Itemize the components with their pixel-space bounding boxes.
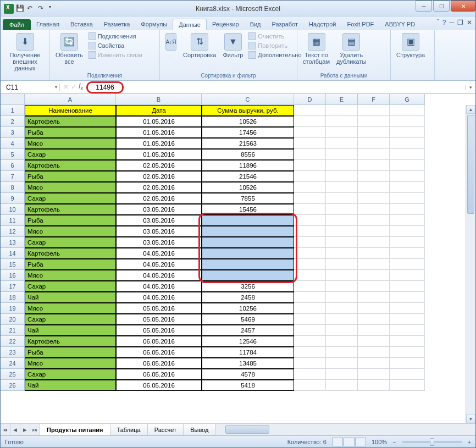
cell[interactable] [202,226,294,237]
scroll-down-icon[interactable]: ▼ [466,414,475,423]
cell[interactable]: 03.05.2016 [116,237,202,248]
select-all-corner[interactable] [1,94,25,105]
cell[interactable]: Мясо [25,138,116,149]
get-external-data-button[interactable]: ⬇Получение внешних данных [4,32,46,73]
cell[interactable]: Сахар [25,149,116,160]
row-header-14[interactable]: 14 [1,248,25,259]
cell[interactable] [202,248,294,259]
maximize-button[interactable]: ☐ [433,1,450,12]
cell[interactable] [326,259,358,270]
cell[interactable]: 04.05.2016 [116,248,202,259]
cell[interactable] [358,237,390,248]
view-buttons[interactable] [332,438,366,446]
cell[interactable] [390,303,425,314]
vertical-scrollbar[interactable]: ▲ ▼ [466,105,475,423]
row-header-15[interactable]: 15 [1,259,25,270]
cell[interactable] [294,358,326,369]
cell[interactable]: 11896 [202,160,294,171]
close-button[interactable]: ✕ [451,1,475,12]
cell[interactable] [202,237,294,248]
column-header-G[interactable]: G [390,94,425,105]
chevron-down-icon[interactable]: ▾ [55,85,57,90]
properties-button[interactable]: Свойства [87,41,143,50]
cell[interactable]: Чай [25,325,116,336]
scroll-thumb[interactable] [467,115,474,214]
row-header-26[interactable]: 26 [1,380,25,391]
sheet-tab[interactable]: Продукты питания [40,424,110,435]
cell[interactable] [390,358,425,369]
cell[interactable] [390,237,425,248]
cell[interactable] [294,369,326,380]
cell[interactable]: 02.05.2016 [116,171,202,182]
cell[interactable]: 06.05.2016 [116,358,202,369]
cell[interactable]: 06.05.2016 [116,369,202,380]
formula-bar[interactable]: 11496 [86,81,123,93]
cell[interactable] [358,336,390,347]
cell[interactable]: Рыба [25,215,116,226]
save-icon[interactable]: 💾 [16,4,25,13]
cell[interactable] [390,171,425,182]
scroll-up-icon[interactable]: ▲ [466,105,475,114]
cell[interactable]: Мясо [25,358,116,369]
cell[interactable] [390,160,425,171]
undo-icon[interactable]: ↶ [27,4,36,13]
cell[interactable] [358,259,390,270]
cell[interactable]: 01.05.2016 [116,127,202,138]
cell[interactable]: 10256 [202,303,294,314]
cell[interactable] [294,171,326,182]
minimize-ribbon-icon[interactable]: ˇ [437,19,439,26]
cell[interactable]: Чай [25,292,116,303]
cell[interactable]: Чай [25,380,116,391]
enter-formula-icon[interactable]: ✓ [71,83,76,91]
ribbon-tab-формулы[interactable]: Формулы [135,19,173,30]
cell[interactable]: 01.05.2016 [116,149,202,160]
cell[interactable] [390,193,425,204]
cell[interactable] [358,160,390,171]
zoom-out-icon[interactable]: − [392,439,396,445]
cell[interactable] [326,281,358,292]
minimize-button[interactable]: ─ [416,1,432,12]
cell[interactable]: Картофель [25,336,116,347]
row-header-10[interactable]: 10 [1,204,25,215]
cell[interactable]: 7855 [202,193,294,204]
cell[interactable] [358,127,390,138]
cell[interactable] [294,215,326,226]
cell[interactable]: 5418 [202,380,294,391]
ribbon-tab-разработ[interactable]: Разработ [267,19,303,30]
cell[interactable] [390,347,425,358]
ribbon-tab-данные[interactable]: Данные [173,19,207,30]
cell[interactable] [294,127,326,138]
cell[interactable] [390,336,425,347]
cell[interactable] [294,182,326,193]
cell[interactable] [326,358,358,369]
cell[interactable]: 02.05.2016 [116,182,202,193]
cell[interactable] [294,270,326,281]
cell[interactable] [390,325,425,336]
row-header-20[interactable]: 20 [1,314,25,325]
column-header-D[interactable]: D [294,94,326,105]
cell[interactable] [358,303,390,314]
column-header-A[interactable]: A [25,94,116,105]
sheet-tab[interactable]: Таблица [110,424,148,435]
reapply-button[interactable]: Повторить [247,41,302,50]
cell[interactable] [390,380,425,391]
zoom-slider[interactable] [402,441,462,443]
row-header-4[interactable]: 4 [1,138,25,149]
cell[interactable]: 05.05.2016 [116,314,202,325]
cell[interactable] [390,127,425,138]
cell[interactable] [390,292,425,303]
cell[interactable]: 02.05.2016 [116,160,202,171]
cell[interactable] [390,259,425,270]
first-sheet-icon[interactable]: ⏮ [1,424,10,436]
cell[interactable] [326,292,358,303]
row-header-6[interactable]: 6 [1,160,25,171]
cell[interactable] [358,314,390,325]
cell[interactable] [294,281,326,292]
cell[interactable]: Рыба [25,171,116,182]
row-header-23[interactable]: 23 [1,347,25,358]
cell[interactable] [326,303,358,314]
cell[interactable] [358,215,390,226]
last-sheet-icon[interactable]: ⏭ [30,424,40,436]
row-header-8[interactable]: 8 [1,182,25,193]
cell[interactable]: 2458 [202,292,294,303]
